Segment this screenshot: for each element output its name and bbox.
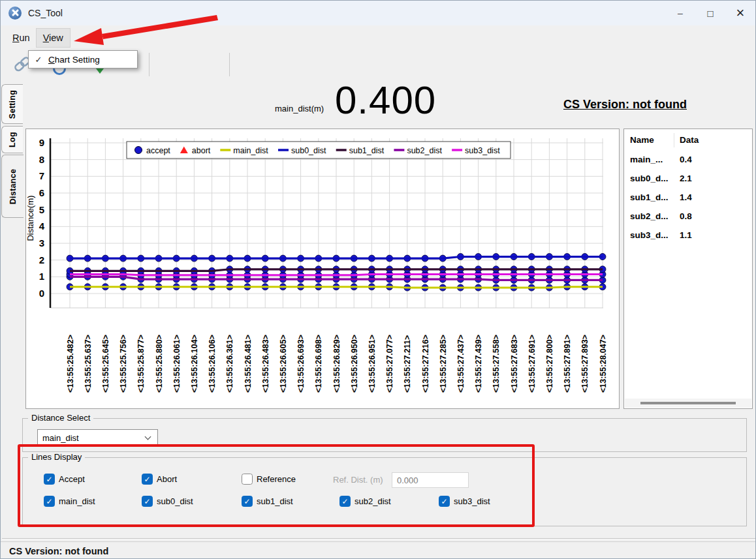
toolbar-separator (229, 53, 230, 76)
cs-version-header: CS Version: not found (563, 98, 687, 112)
horizontal-scrollbar[interactable] (625, 399, 751, 408)
row-name: sub2_d... (624, 211, 674, 221)
checkbox-label: Reference (257, 474, 296, 484)
svg-text:<13:55:27.691>: <13:55:27.691> (528, 335, 537, 393)
content-bottom-edge (2, 538, 755, 539)
app-window: CS_Tool – □ × Run View ✓ Chart Setting S… (0, 0, 756, 559)
menu-run[interactable]: Run (6, 29, 37, 47)
checkbox-accept[interactable]: ✓ Accept (44, 474, 85, 485)
svg-text:0: 0 (39, 288, 44, 299)
distance-select-combobox[interactable]: main_dist (37, 429, 158, 446)
statusbar: CS Version: not found (1, 541, 755, 559)
checkbox-sub1-dist[interactable]: ✓ sub1_dist (242, 496, 293, 507)
svg-text:<13:55:26.605>: <13:55:26.605> (279, 335, 288, 393)
menu-item-chart-setting[interactable]: Chart Setting (48, 55, 100, 65)
distance-select-title: Distance Select (28, 413, 93, 423)
svg-text:<13:55:26.483>: <13:55:26.483> (261, 335, 270, 393)
checkbox-sub2-dist[interactable]: ✓ sub2_dist (339, 496, 391, 507)
tab-setting[interactable]: Setting (1, 84, 23, 124)
svg-text:1: 1 (39, 271, 44, 282)
svg-text:5: 5 (39, 204, 44, 215)
svg-text:<13:55:27.683>: <13:55:27.683> (510, 335, 519, 393)
svg-text:<13:55:27.211>: <13:55:27.211> (403, 335, 412, 393)
table-row[interactable]: sub1_d...1.4 (624, 188, 752, 207)
svg-text:<13:55:26.106>: <13:55:26.106> (208, 335, 217, 393)
metric-label: main_dist(m) (275, 104, 324, 113)
menu-view-accel: V (43, 33, 49, 43)
svg-text:<13:55:27.437>: <13:55:27.437> (456, 335, 465, 393)
row-value: 0.4 (674, 155, 692, 164)
minimize-button[interactable]: – (665, 1, 695, 25)
app-icon (8, 7, 22, 20)
svg-text:<13:55:26.104>: <13:55:26.104> (190, 335, 199, 393)
menu-view[interactable]: View (37, 29, 70, 47)
svg-text:<13:55:26.693>: <13:55:26.693> (296, 335, 306, 393)
data-panel: Name Data main_...0.4 sub0_d...2.1 sub1_… (623, 128, 753, 409)
checkbox-sub0-dist[interactable]: ✓ sub0_dist (142, 496, 193, 507)
svg-text:sub1_dist: sub1_dist (349, 146, 385, 155)
checkbox-sub3-dist[interactable]: ✓ sub3_dist (439, 496, 490, 507)
window-title: CS_Tool (28, 8, 63, 18)
row-value: 2.1 (674, 174, 692, 183)
checkbox-label: Accept (59, 474, 85, 484)
chart-setting-accel: C (48, 55, 55, 65)
checkbox-icon: ✓ (142, 496, 153, 507)
table-row[interactable]: main_...0.4 (624, 150, 752, 169)
svg-text:<13:55:26.361>: <13:55:26.361> (225, 335, 234, 393)
checkbox-icon (242, 474, 253, 485)
svg-text:9: 9 (39, 137, 44, 148)
svg-text:<13:55:25.877>: <13:55:25.877> (136, 335, 146, 393)
svg-text:6: 6 (39, 187, 44, 198)
checkbox-reference[interactable]: Reference (242, 474, 296, 485)
row-name: sub1_d... (624, 192, 674, 202)
svg-text:Distance(m): Distance(m) (26, 195, 35, 241)
table-row[interactable]: sub3_d...1.1 (624, 226, 752, 245)
tab-distance[interactable]: Distance (1, 155, 24, 218)
scrollbar-thumb[interactable] (640, 402, 736, 404)
svg-text:<13:55:25.637>: <13:55:25.637> (84, 335, 93, 393)
ref-dist-label: Ref. Dist. (m) (333, 475, 383, 485)
svg-text:<13:55:28.047>: <13:55:28.047> (599, 335, 608, 393)
svg-text:<13:55:26.951>: <13:55:26.951> (368, 335, 377, 393)
menubar: Run View (1, 25, 755, 50)
svg-text:<13:55:26.481>: <13:55:26.481> (244, 335, 253, 393)
svg-text:<13:55:27.216>: <13:55:27.216> (421, 335, 430, 393)
maximize-button[interactable]: □ (695, 1, 725, 25)
column-name[interactable]: Name (624, 135, 674, 145)
checkbox-abort[interactable]: ✓ Abort (142, 474, 177, 485)
tab-distance-label: Distance (8, 168, 18, 204)
chart-setting-label: hart Setting (55, 55, 100, 65)
svg-text:<13:55:27.893>: <13:55:27.893> (580, 335, 590, 393)
menu-view-label: iew (49, 33, 63, 43)
svg-text:2: 2 (39, 254, 44, 265)
table-row[interactable]: sub2_d...0.8 (624, 207, 752, 226)
checkbox-main-dist[interactable]: ✓ main_dist (44, 496, 95, 507)
row-value: 1.1 (674, 230, 692, 240)
column-data[interactable]: Data (674, 135, 699, 145)
chart-panel: 0123456789Distance(m)<13:55:25.482><13:5… (25, 128, 620, 409)
table-row[interactable]: sub0_d...2.1 (624, 169, 752, 188)
combobox-value: main_dist (42, 433, 79, 443)
distance-chart: 0123456789Distance(m)<13:55:25.482><13:5… (26, 129, 619, 408)
svg-text:<13:55:27.285>: <13:55:27.285> (439, 335, 448, 393)
row-name: sub0_d... (624, 174, 674, 183)
close-button[interactable]: × (725, 1, 755, 25)
distance-select-group: Distance Select main_dist (22, 418, 747, 452)
svg-text:<13:55:26.950>: <13:55:26.950> (350, 335, 359, 393)
svg-text:sub2_dist: sub2_dist (407, 146, 442, 155)
svg-text:<13:55:27.891>: <13:55:27.891> (563, 335, 572, 393)
svg-text:<13:55:27.800>: <13:55:27.800> (545, 335, 554, 393)
svg-text:<13:55:26.829>: <13:55:26.829> (332, 335, 341, 393)
tab-log[interactable]: Log (1, 126, 23, 153)
svg-text:<13:55:25.645>: <13:55:25.645> (101, 335, 110, 393)
svg-text:<13:55:27.439>: <13:55:27.439> (474, 335, 483, 393)
checkbox-icon: ✓ (44, 496, 55, 507)
ref-dist-input[interactable]: 0.000 (392, 472, 469, 488)
svg-text:sub3_dist: sub3_dist (465, 146, 500, 155)
menu-run-label: un (19, 33, 29, 43)
svg-text:<13:55:26.698>: <13:55:26.698> (314, 335, 323, 393)
svg-text:accept: accept (146, 146, 170, 155)
checkbox-label: sub1_dist (257, 496, 293, 506)
checkbox-label: main_dist (59, 496, 95, 506)
svg-text:main_dist: main_dist (233, 146, 268, 155)
